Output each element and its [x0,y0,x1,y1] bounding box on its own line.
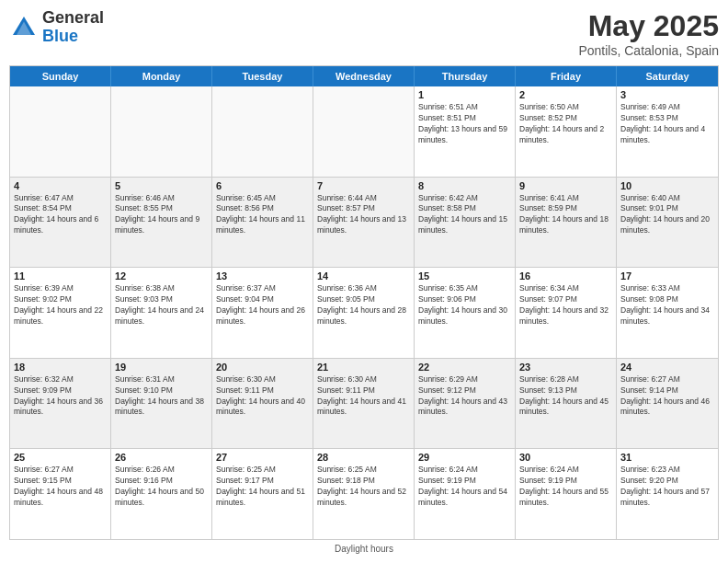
logo-blue: Blue [42,28,104,46]
main-title: May 2025 [578,9,719,43]
day-info-16: Sunrise: 6:34 AM Sunset: 9:07 PM Dayligh… [519,283,612,327]
day-cell-18: 18Sunrise: 6:32 AM Sunset: 9:09 PM Dayli… [10,359,111,449]
calendar-body: 1Sunrise: 6:51 AM Sunset: 8:51 PM Daylig… [10,86,718,539]
day-cell-27: 27Sunrise: 6:25 AM Sunset: 9:17 PM Dayli… [212,449,313,539]
day-info-11: Sunrise: 6:39 AM Sunset: 9:02 PM Dayligh… [14,283,107,327]
day-info-19: Sunrise: 6:31 AM Sunset: 9:10 PM Dayligh… [115,374,208,419]
day-number-11: 11 [14,270,107,282]
week-row-4: 18Sunrise: 6:32 AM Sunset: 9:09 PM Dayli… [10,359,718,450]
day-info-20: Sunrise: 6:30 AM Sunset: 9:11 PM Dayligh… [216,374,309,419]
day-number-24: 24 [620,362,714,373]
day-cell-3: 3Sunrise: 6:49 AM Sunset: 8:53 PM Daylig… [617,86,718,177]
day-info-2: Sunrise: 6:50 AM Sunset: 8:52 PM Dayligh… [519,102,612,146]
day-cell-29: 29Sunrise: 6:24 AM Sunset: 9:19 PM Dayli… [415,449,516,539]
day-info-30: Sunrise: 6:24 AM Sunset: 9:19 PM Dayligh… [519,465,612,509]
day-info-22: Sunrise: 6:29 AM Sunset: 9:12 PM Dayligh… [418,374,511,419]
day-cell-20: 20Sunrise: 6:30 AM Sunset: 9:11 PM Dayli… [212,359,313,449]
day-info-9: Sunrise: 6:41 AM Sunset: 8:59 PM Dayligh… [519,193,612,237]
header-sunday: Sunday [10,66,111,86]
day-number-19: 19 [115,362,208,373]
day-info-31: Sunrise: 6:23 AM Sunset: 9:20 PM Dayligh… [620,465,714,509]
calendar-header: Sunday Monday Tuesday Wednesday Thursday… [10,66,718,86]
day-number-27: 27 [216,452,309,463]
day-number-12: 12 [115,270,208,282]
day-number-16: 16 [519,270,612,282]
day-number-26: 26 [115,452,208,463]
day-number-29: 29 [418,452,511,463]
day-info-1: Sunrise: 6:51 AM Sunset: 8:51 PM Dayligh… [418,102,511,146]
day-info-7: Sunrise: 6:44 AM Sunset: 8:57 PM Dayligh… [317,193,410,237]
header-wednesday: Wednesday [313,66,415,86]
day-number-20: 20 [216,362,309,373]
day-cell-25: 25Sunrise: 6:27 AM Sunset: 9:15 PM Dayli… [10,449,111,539]
day-info-24: Sunrise: 6:27 AM Sunset: 9:14 PM Dayligh… [620,374,714,419]
day-cell-19: 19Sunrise: 6:31 AM Sunset: 9:10 PM Dayli… [111,359,212,449]
day-number-13: 13 [216,270,309,282]
day-cell-11: 11Sunrise: 6:39 AM Sunset: 9:02 PM Dayli… [10,268,111,358]
day-number-5: 5 [115,180,208,191]
day-number-7: 7 [317,180,410,191]
day-cell-10: 10Sunrise: 6:40 AM Sunset: 9:01 PM Dayli… [617,178,718,268]
day-info-6: Sunrise: 6:45 AM Sunset: 8:56 PM Dayligh… [216,193,309,237]
day-cell-31: 31Sunrise: 6:23 AM Sunset: 9:20 PM Dayli… [617,449,718,539]
footer-note: Daylight hours [9,544,719,554]
day-cell-17: 17Sunrise: 6:33 AM Sunset: 9:08 PM Dayli… [617,268,718,358]
day-cell-26: 26Sunrise: 6:26 AM Sunset: 9:16 PM Dayli… [111,449,212,539]
day-number-28: 28 [317,452,410,463]
day-number-9: 9 [519,180,612,191]
subtitle: Pontils, Catalonia, Spain [578,43,719,58]
title-block: May 2025 Pontils, Catalonia, Spain [578,9,719,58]
day-number-21: 21 [317,362,410,373]
day-number-17: 17 [620,270,714,282]
day-cell-5: 5Sunrise: 6:46 AM Sunset: 8:55 PM Daylig… [111,178,212,268]
day-number-6: 6 [216,180,309,191]
day-number-31: 31 [620,452,714,463]
empty-cell [10,86,111,177]
day-cell-4: 4Sunrise: 6:47 AM Sunset: 8:54 PM Daylig… [10,178,111,268]
day-cell-30: 30Sunrise: 6:24 AM Sunset: 9:19 PM Dayli… [516,449,617,539]
header-friday: Friday [516,66,617,86]
day-cell-22: 22Sunrise: 6:29 AM Sunset: 9:12 PM Dayli… [415,359,516,449]
empty-cell [313,86,415,177]
day-cell-23: 23Sunrise: 6:28 AM Sunset: 9:13 PM Dayli… [516,359,617,449]
day-info-15: Sunrise: 6:35 AM Sunset: 9:06 PM Dayligh… [418,283,511,327]
week-row-1: 1Sunrise: 6:51 AM Sunset: 8:51 PM Daylig… [10,86,718,178]
day-info-5: Sunrise: 6:46 AM Sunset: 8:55 PM Dayligh… [115,193,208,237]
header-thursday: Thursday [415,66,516,86]
day-info-10: Sunrise: 6:40 AM Sunset: 9:01 PM Dayligh… [620,193,714,237]
day-number-8: 8 [418,180,511,191]
header-monday: Monday [111,66,212,86]
logo-icon [9,13,39,42]
week-row-5: 25Sunrise: 6:27 AM Sunset: 9:15 PM Dayli… [10,449,718,539]
day-info-28: Sunrise: 6:25 AM Sunset: 9:18 PM Dayligh… [317,465,410,509]
day-cell-2: 2Sunrise: 6:50 AM Sunset: 8:52 PM Daylig… [516,86,617,177]
day-number-18: 18 [14,362,107,373]
header-tuesday: Tuesday [212,66,313,86]
day-cell-14: 14Sunrise: 6:36 AM Sunset: 9:05 PM Dayli… [313,268,415,358]
day-number-2: 2 [519,89,612,100]
day-cell-16: 16Sunrise: 6:34 AM Sunset: 9:07 PM Dayli… [516,268,617,358]
day-cell-13: 13Sunrise: 6:37 AM Sunset: 9:04 PM Dayli… [212,268,313,358]
day-number-30: 30 [519,452,612,463]
day-number-14: 14 [317,270,410,282]
day-cell-9: 9Sunrise: 6:41 AM Sunset: 8:59 PM Daylig… [516,178,617,268]
week-row-3: 11Sunrise: 6:39 AM Sunset: 9:02 PM Dayli… [10,268,718,359]
day-number-25: 25 [14,452,107,463]
day-number-1: 1 [418,89,511,100]
day-number-15: 15 [418,270,511,282]
empty-cell [111,86,212,177]
day-number-23: 23 [519,362,612,373]
day-cell-12: 12Sunrise: 6:38 AM Sunset: 9:03 PM Dayli… [111,268,212,358]
day-info-17: Sunrise: 6:33 AM Sunset: 9:08 PM Dayligh… [620,283,714,327]
day-number-3: 3 [620,89,714,100]
header-saturday: Saturday [617,66,718,86]
day-cell-28: 28Sunrise: 6:25 AM Sunset: 9:18 PM Dayli… [313,449,415,539]
week-row-2: 4Sunrise: 6:47 AM Sunset: 8:54 PM Daylig… [10,178,718,269]
day-info-23: Sunrise: 6:28 AM Sunset: 9:13 PM Dayligh… [519,374,612,419]
empty-cell [212,86,313,177]
day-info-25: Sunrise: 6:27 AM Sunset: 9:15 PM Dayligh… [14,465,107,509]
day-cell-7: 7Sunrise: 6:44 AM Sunset: 8:57 PM Daylig… [313,178,415,268]
logo: General Blue [9,9,104,46]
day-info-12: Sunrise: 6:38 AM Sunset: 9:03 PM Dayligh… [115,283,208,327]
day-cell-8: 8Sunrise: 6:42 AM Sunset: 8:58 PM Daylig… [415,178,516,268]
